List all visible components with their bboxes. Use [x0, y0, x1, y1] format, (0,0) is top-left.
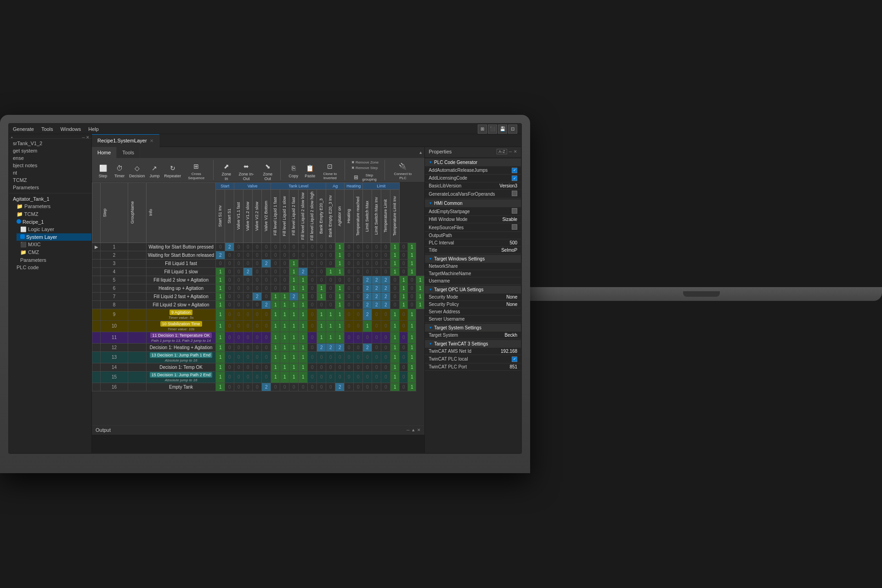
cell-15-13[interactable]: 0 [335, 371, 345, 383]
ribbon-btn-zone-out[interactable]: ⬊ Zone Out [259, 160, 277, 182]
cell-12-17[interactable]: 0 [372, 343, 381, 351]
cell-1-11[interactable]: 0 [317, 243, 326, 251]
row-name-12[interactable]: Decision 1: Heating + Agitation [147, 343, 216, 351]
cell-15-20[interactable]: 0 [400, 371, 408, 383]
sidebar-item-tcmz[interactable]: 📁 TCMZ [13, 210, 91, 218]
output-expand-btn[interactable]: ▲ [411, 428, 415, 432]
cell-10-3[interactable]: 0 [243, 320, 253, 332]
cell-6-17[interactable]: 2 [372, 284, 381, 292]
cell-14-1[interactable]: 0 [225, 363, 234, 371]
cell-12-6[interactable]: 1 [271, 343, 280, 351]
prop-section-header-5[interactable]: ▼ Target TwinCAT 3 Settings [425, 340, 521, 348]
cell-13-4[interactable]: 0 [253, 351, 262, 363]
prop-value-1-2[interactable] [474, 224, 518, 231]
cell-3-20[interactable]: 0 [400, 259, 408, 267]
cell-1-6[interactable]: 0 [271, 243, 280, 251]
cell-12-2[interactable]: 0 [234, 343, 243, 351]
cell-16-21[interactable]: 1 [408, 383, 416, 391]
cell-9-5[interactable]: 0 [262, 309, 271, 320]
cell-2-20[interactable]: 0 [400, 251, 408, 259]
sidebar-item-mxic[interactable]: ⬛ MXIC [17, 241, 91, 249]
cell-4-4[interactable]: 0 [253, 267, 262, 276]
cell-1-14[interactable]: 0 [345, 243, 354, 251]
cell-6-5[interactable]: 0 [262, 284, 271, 292]
table-row[interactable]: 1010 Stabilization TimeTimer value: 10s1… [92, 320, 424, 332]
cell-8-1[interactable]: 0 [225, 300, 234, 309]
cell-9-0[interactable]: 1 [216, 309, 225, 320]
cell-9-14[interactable]: 0 [345, 309, 354, 320]
cell-13-3[interactable]: 0 [243, 351, 253, 363]
cell-7-20[interactable]: 1 [400, 292, 408, 300]
cell-7-7[interactable]: 1 [280, 292, 289, 300]
cell-1-19[interactable]: 1 [390, 243, 400, 251]
sidebar-item-plccode[interactable]: PLC code [13, 264, 91, 271]
sidebar-item-agitator[interactable]: Agitator_Tank_1 [9, 195, 91, 203]
cell-9-8[interactable]: 1 [289, 309, 299, 320]
cell-11-15[interactable]: 0 [354, 332, 363, 343]
cell-15-5[interactable]: 0 [262, 371, 271, 383]
cell-5-19[interactable]: 0 [390, 276, 400, 284]
cell-11-21[interactable]: 1 [408, 332, 416, 343]
cell-15-2[interactable]: 0 [234, 371, 243, 383]
table-row[interactable]: 16Empty Tank1000020000000200000101 [92, 383, 424, 391]
cell-4-6[interactable]: 0 [271, 267, 280, 276]
cell-3-10[interactable]: 0 [308, 259, 317, 267]
cell-2-4[interactable]: 0 [253, 251, 262, 259]
cell-3-9[interactable]: 0 [299, 259, 308, 267]
cell-4-10[interactable]: 0 [308, 267, 317, 276]
prop-section-header-3[interactable]: ▼ Target OPC UA Settings [425, 286, 521, 294]
cell-11-7[interactable]: 1 [280, 332, 289, 343]
cell-13-19[interactable]: 1 [390, 351, 400, 363]
props-pin-btn[interactable]: ─ [509, 149, 512, 154]
cell-16-17[interactable]: 0 [372, 383, 381, 391]
ribbon-btn-step-grouping[interactable]: ⊞ Step grouping [351, 172, 381, 183]
cell-6-12[interactable]: 0 [326, 284, 335, 292]
cell-14-15[interactable]: 0 [354, 363, 363, 371]
sidebar-item-4[interactable]: nt [9, 169, 91, 176]
cell-14-0[interactable]: 1 [216, 363, 225, 371]
cell-14-20[interactable]: 0 [400, 363, 408, 371]
cell-5-0[interactable]: 1 [216, 276, 225, 284]
cell-5-2[interactable]: 0 [234, 276, 243, 284]
cell-1-4[interactable]: 0 [253, 243, 262, 251]
sidebar-item-3[interactable]: bject notes [9, 162, 91, 169]
cell-3-1[interactable]: 0 [225, 259, 234, 267]
table-row[interactable]: ▶1Waiting for Start Button pressed020000… [92, 243, 424, 251]
cell-1-18[interactable]: 0 [381, 243, 390, 251]
row-name-10[interactable]: 10 Stabilization TimeTimer value: 10s [147, 320, 216, 332]
cell-9-3[interactable]: 0 [243, 309, 253, 320]
cell-14-8[interactable]: 1 [289, 363, 299, 371]
cell-5-1[interactable]: 0 [225, 276, 234, 284]
cell-9-17[interactable]: 0 [372, 309, 381, 320]
table-row[interactable]: 1313 Decision 1: Jump Path 1 EndAbsolute… [92, 351, 424, 363]
ribbon-btn-jump[interactable]: ↗ Jump [147, 162, 162, 179]
cell-11-14[interactable]: 0 [345, 332, 354, 343]
cell-2-5[interactable]: 0 [262, 251, 271, 259]
cell-2-13[interactable]: 1 [335, 251, 345, 259]
cell-8-16[interactable]: 2 [363, 300, 372, 309]
cell-3-2[interactable]: 0 [234, 259, 243, 267]
cell-12-12[interactable]: 2 [326, 343, 335, 351]
cell-15-0[interactable]: 1 [216, 371, 225, 383]
cell-2-19[interactable]: 1 [390, 251, 400, 259]
cell-3-16[interactable]: 0 [363, 259, 372, 267]
cell-14-9[interactable]: 1 [299, 363, 308, 371]
cell-4-3[interactable]: 2 [243, 267, 253, 276]
cell-8-22[interactable]: 1 [416, 300, 424, 309]
cell-8-20[interactable]: 1 [400, 300, 408, 309]
cell-11-0[interactable]: 1 [216, 332, 225, 343]
cell-4-5[interactable]: 0 [262, 267, 271, 276]
cell-16-4[interactable]: 0 [253, 383, 262, 391]
prop-check-0-1[interactable] [512, 175, 517, 181]
cell-9-9[interactable]: 1 [299, 309, 308, 320]
row-name-2[interactable]: Waiting for Start Button released [147, 251, 216, 259]
cell-2-3[interactable]: 0 [243, 251, 253, 259]
prop-value-0-3[interactable] [497, 191, 518, 197]
cell-6-6[interactable]: 0 [271, 284, 280, 292]
cell-13-9[interactable]: 1 [299, 351, 308, 363]
cell-7-15[interactable]: 0 [354, 292, 363, 300]
cell-7-4[interactable]: 2 [253, 292, 262, 300]
cell-6-8[interactable]: 1 [289, 284, 299, 292]
cell-5-7[interactable]: 0 [280, 276, 289, 284]
cell-16-0[interactable]: 1 [216, 383, 225, 391]
